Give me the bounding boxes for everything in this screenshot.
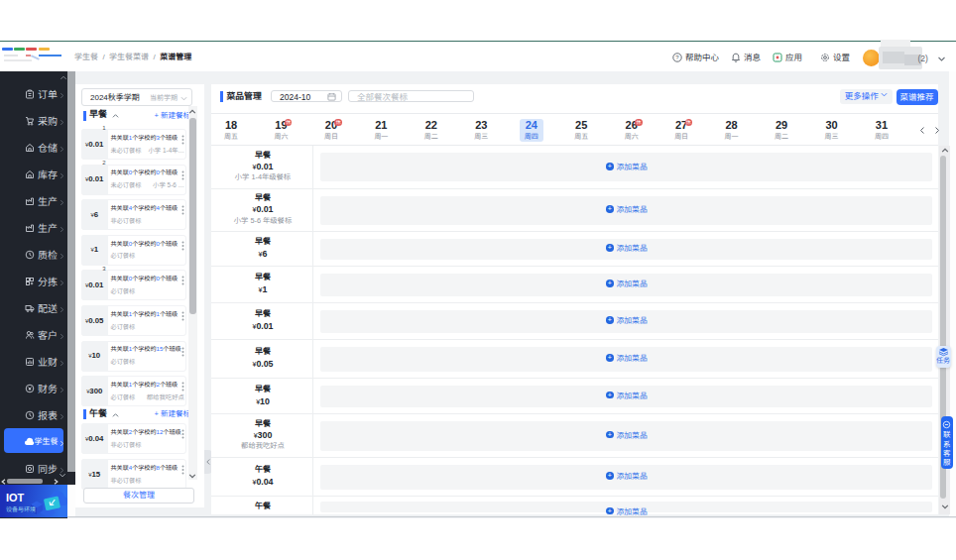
svg-text:?: ? — [675, 55, 679, 60]
